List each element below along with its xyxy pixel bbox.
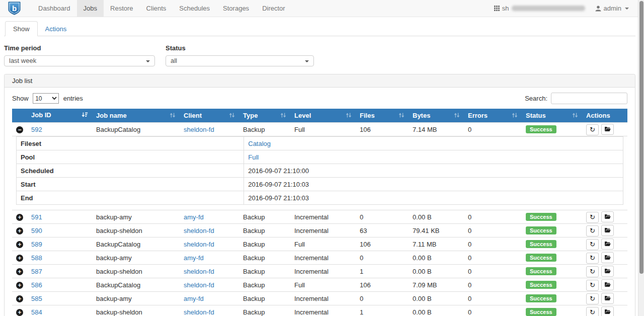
- user-icon: [595, 6, 601, 12]
- client-link[interactable]: sheldon-fd: [184, 268, 214, 275]
- job-id-link[interactable]: 592: [31, 126, 42, 133]
- search-input[interactable]: [551, 93, 627, 104]
- scrollbar-track[interactable]: [638, 0, 644, 316]
- restore-job-button[interactable]: [601, 252, 614, 263]
- rerun-job-button[interactable]: ↻: [586, 307, 599, 316]
- rerun-job-button[interactable]: ↻: [586, 253, 599, 264]
- job-id-link[interactable]: 589: [31, 241, 42, 248]
- detail-value-link[interactable]: Catalog: [248, 140, 271, 147]
- job-level: Incremental: [290, 251, 356, 265]
- job-type: Backup: [239, 238, 290, 251]
- column-header-client[interactable]: Client: [180, 109, 239, 123]
- status-select[interactable]: all: [166, 55, 314, 66]
- expand-row-button[interactable]: +: [16, 309, 23, 316]
- restore-job-button[interactable]: [601, 266, 614, 277]
- expand-row-button[interactable]: +: [16, 255, 23, 262]
- job-errors: 0: [464, 224, 522, 238]
- job-id-link[interactable]: 587: [31, 268, 42, 275]
- status-badge: Success: [526, 125, 556, 133]
- client-link[interactable]: amy-fd: [184, 295, 204, 302]
- client-link[interactable]: sheldon-fd: [184, 126, 214, 133]
- client-link[interactable]: amy-fd: [184, 213, 204, 221]
- nav-item-clients[interactable]: Clients: [140, 0, 173, 17]
- rerun-job-button[interactable]: ↻: [586, 239, 599, 250]
- restore-job-button[interactable]: [601, 279, 614, 290]
- column-header-job-id[interactable]: Job ID: [27, 109, 92, 123]
- column-header-files[interactable]: Files: [356, 109, 409, 123]
- tab-show[interactable]: Show: [5, 21, 38, 36]
- expand-row-button[interactable]: +: [16, 241, 23, 248]
- director-host-selector[interactable]: sh: [494, 5, 585, 12]
- job-files: 1: [356, 265, 409, 278]
- nav-item-storages[interactable]: Storages: [216, 0, 256, 17]
- restore-job-button[interactable]: [601, 211, 614, 222]
- collapse-row-button[interactable]: −: [16, 126, 23, 133]
- job-errors: 0: [464, 278, 522, 292]
- job-bytes: 0.00 B: [409, 251, 464, 265]
- job-files: 0: [356, 251, 409, 265]
- rerun-job-button[interactable]: ↻: [586, 293, 599, 304]
- time-period-select[interactable]: last week: [4, 55, 155, 66]
- detail-value-link[interactable]: Full: [248, 153, 259, 161]
- rerun-icon: ↻: [590, 227, 595, 234]
- job-id-link[interactable]: 585: [31, 295, 42, 302]
- user-menu[interactable]: admin: [595, 5, 629, 12]
- nav-item-jobs[interactable]: Jobs: [77, 0, 104, 17]
- grid-icon: [494, 6, 500, 11]
- expand-row-button[interactable]: +: [16, 227, 23, 234]
- restore-job-button[interactable]: [601, 239, 614, 250]
- job-id-link[interactable]: 588: [31, 254, 42, 262]
- sort-both-icon: [454, 112, 460, 120]
- job-type: Backup: [239, 251, 290, 265]
- entries-select[interactable]: 10: [33, 93, 59, 104]
- column-header-status[interactable]: Status: [522, 109, 582, 123]
- expand-row-button[interactable]: +: [16, 282, 23, 289]
- job-level: Incremental: [290, 265, 356, 278]
- job-id-link[interactable]: 586: [31, 281, 42, 289]
- job-level: Full: [290, 278, 356, 292]
- panel-title: Job list: [5, 74, 635, 88]
- client-link[interactable]: sheldon-fd: [184, 308, 214, 316]
- restore-job-button[interactable]: [601, 124, 614, 135]
- host-prefix: sh: [502, 5, 509, 12]
- expand-row-button[interactable]: +: [16, 268, 23, 275]
- restore-job-button[interactable]: [601, 293, 614, 304]
- restore-job-button[interactable]: [601, 306, 614, 316]
- column-header-actions[interactable]: Actions: [582, 109, 627, 123]
- job-type: Backup: [239, 278, 290, 292]
- rerun-job-button[interactable]: ↻: [586, 212, 599, 223]
- navbar-right: sh admin: [494, 0, 644, 17]
- nav-item-restore[interactable]: Restore: [104, 0, 140, 17]
- rerun-job-button[interactable]: ↻: [586, 225, 599, 236]
- detail-value: 2016-09-07 21:10:03: [244, 191, 623, 205]
- column-header-bytes[interactable]: Bytes: [409, 109, 464, 123]
- restore-job-button[interactable]: [601, 225, 614, 236]
- app-logo[interactable]: b: [8, 0, 21, 17]
- scrollbar-thumb[interactable]: [639, 1, 643, 274]
- folder-open-icon: [604, 227, 611, 233]
- client-link[interactable]: sheldon-fd: [184, 227, 214, 234]
- rerun-job-button[interactable]: ↻: [586, 124, 599, 135]
- rerun-job-button[interactable]: ↻: [586, 266, 599, 277]
- column-header-errors[interactable]: Errors: [464, 109, 522, 123]
- client-link[interactable]: sheldon-fd: [184, 241, 214, 248]
- column-header-type[interactable]: Type: [239, 109, 290, 123]
- column-header-level[interactable]: Level: [290, 109, 356, 123]
- expand-row-button[interactable]: +: [16, 214, 23, 221]
- nav-item-dashboard[interactable]: Dashboard: [32, 0, 77, 17]
- column-header-job-name[interactable]: Job name: [92, 109, 180, 123]
- detail-label: Scheduled: [17, 164, 244, 178]
- job-id-link[interactable]: 584: [31, 308, 42, 316]
- tab-actions[interactable]: Actions: [38, 22, 74, 36]
- nav-item-schedules[interactable]: Schedules: [173, 0, 216, 17]
- job-level: Full: [290, 123, 356, 136]
- job-id-link[interactable]: 591: [31, 213, 42, 221]
- nav-item-director[interactable]: Director: [256, 0, 292, 17]
- expand-row-button[interactable]: +: [16, 295, 23, 302]
- detail-field-row: FilesetCatalog: [17, 137, 623, 150]
- client-link[interactable]: sheldon-fd: [184, 281, 214, 289]
- rerun-job-button[interactable]: ↻: [586, 280, 599, 291]
- job-id-link[interactable]: 590: [31, 227, 42, 234]
- job-row-585: +585backup-amyamy-fdBackupIncremental00.…: [12, 292, 627, 305]
- client-link[interactable]: amy-fd: [184, 254, 204, 262]
